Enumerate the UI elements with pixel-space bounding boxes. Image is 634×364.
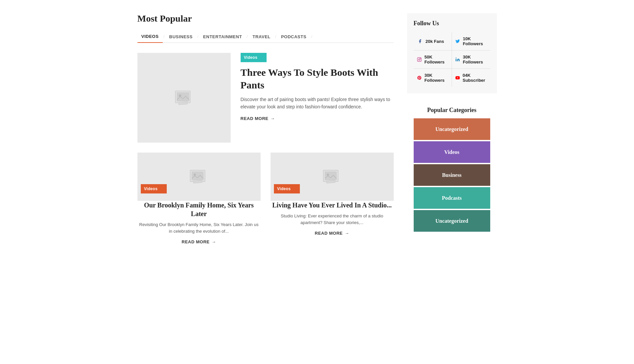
- tab-videos[interactable]: VIDEOS: [137, 31, 163, 43]
- youtube-icon: [455, 75, 460, 81]
- popular-categories-section: Popular Categories Uncategorized Videos …: [407, 100, 497, 240]
- category-item-business[interactable]: Business: [414, 164, 490, 186]
- featured-image: [137, 53, 231, 143]
- grid-2-excerpt: Studio Living: Ever experienced the char…: [271, 213, 394, 226]
- category-label-4: Podcasts: [442, 195, 462, 201]
- svg-point-14: [420, 58, 420, 59]
- tab-entertainment[interactable]: ENTERTAINMENT: [199, 31, 246, 43]
- grid-image-2: Videos: [271, 153, 394, 201]
- featured-article-title: Three Ways To Style Boots With Pants: [241, 66, 394, 91]
- image-placeholder: [174, 89, 194, 106]
- follow-us-section: Follow Us 20k Fans 10K Followers: [407, 13, 497, 93]
- youtube-label: 04K Subscriber: [463, 73, 487, 83]
- category-label-2: Videos: [444, 149, 460, 155]
- svg-rect-15: [456, 59, 456, 61]
- social-item-facebook[interactable]: 20k Fans: [414, 32, 452, 50]
- svg-point-2: [179, 94, 181, 97]
- grid-2-title: Living Have You Ever Lived In A Studio..…: [271, 201, 394, 209]
- grid-image-1: Videos: [137, 153, 261, 201]
- grid-2-read-more[interactable]: READ MORE →: [315, 231, 349, 236]
- tab-podcasts[interactable]: PODCASTS: [277, 31, 310, 43]
- svg-rect-11: [326, 180, 335, 183]
- grid-1-category-badge: Videos: [141, 184, 167, 193]
- svg-rect-1: [177, 93, 189, 101]
- grid-2-badge-wrapper: Videos: [271, 184, 304, 197]
- facebook-label: 20k Fans: [426, 39, 444, 44]
- social-grid: 20k Fans 10K Followers 50K Followers: [414, 32, 490, 87]
- svg-rect-5: [192, 172, 203, 180]
- main-content: Most Popular VIDEOS / BUSINESS / ENTERTA…: [137, 13, 394, 245]
- category-badge: Videos: [241, 53, 267, 62]
- follow-us-title: Follow Us: [414, 20, 490, 27]
- pinterest-label: 30K Followers: [424, 73, 448, 83]
- category-item-uncategorized2[interactable]: Uncategorized: [414, 210, 490, 232]
- twitter-label: 10K Followers: [463, 36, 487, 46]
- svg-rect-9: [325, 172, 336, 180]
- social-item-pinterest[interactable]: 30K Followers: [414, 69, 452, 87]
- tab-travel[interactable]: TRAVEL: [249, 31, 275, 43]
- tab-sep-5: /: [311, 34, 313, 39]
- linkedin-icon: [455, 57, 460, 62]
- grid-1-excerpt: Revisiting Our Brooklyn Family Home, Six…: [137, 221, 261, 234]
- grid-1-read-more-wrapper: READ MORE →: [137, 239, 261, 245]
- svg-point-13: [418, 59, 420, 61]
- grid-1-badge-wrapper: Videos: [137, 184, 170, 197]
- tab-sep-2: /: [197, 34, 199, 39]
- image-placeholder-2: [322, 169, 342, 185]
- arrow-icon-1: →: [212, 239, 216, 244]
- social-item-twitter[interactable]: 10K Followers: [452, 32, 490, 50]
- facebook-icon: [417, 38, 423, 44]
- category-item-videos[interactable]: Videos: [414, 141, 490, 163]
- featured-article: Videos Three Ways To Style Boots With Pa…: [137, 53, 394, 143]
- section-title: Most Popular: [137, 13, 394, 24]
- social-item-linkedin[interactable]: 30K Followers: [452, 51, 490, 68]
- category-label-1: Uncategorized: [435, 126, 468, 132]
- arrow-icon: →: [270, 116, 275, 121]
- category-item-uncategorized1[interactable]: Uncategorized: [414, 118, 490, 140]
- tabs-nav: VIDEOS / BUSINESS / ENTERTAINMENT / TRAV…: [137, 31, 394, 43]
- twitter-icon: [455, 38, 460, 44]
- popular-categories-title: Popular Categories: [414, 107, 490, 114]
- category-label-5: Uncategorized: [435, 218, 468, 224]
- grid-1-read-more[interactable]: READ MORE →: [182, 239, 216, 244]
- image-placeholder-1: [189, 169, 209, 185]
- sidebar: Follow Us 20k Fans 10K Followers: [407, 13, 497, 245]
- categories-list: Uncategorized Videos Business Podcasts U…: [414, 118, 490, 232]
- featured-read-more[interactable]: READ MORE →: [241, 116, 394, 121]
- social-item-youtube[interactable]: 04K Subscriber: [452, 69, 490, 87]
- grid-1-title: Our Brooklyn Family Home, Six Years Late…: [137, 201, 261, 218]
- tab-sep-1: /: [163, 34, 165, 39]
- grid-article-1: Videos Our Brooklyn Family Home, Six Yea…: [137, 153, 261, 245]
- arrow-icon-2: →: [345, 231, 349, 236]
- tab-business[interactable]: BUSINESS: [165, 31, 196, 43]
- svg-point-16: [456, 58, 456, 58]
- grid-article-2: Videos Living Have You Ever Lived In A S…: [271, 153, 394, 245]
- tab-sep-3: /: [246, 34, 249, 39]
- featured-category-badge: Videos: [241, 53, 394, 66]
- linkedin-label: 30K Followers: [463, 55, 487, 64]
- featured-article-excerpt: Discover the art of pairing boots with p…: [241, 96, 394, 111]
- instagram-icon: [417, 57, 422, 62]
- category-item-podcasts[interactable]: Podcasts: [414, 187, 490, 209]
- instagram-label: 50K Followers: [424, 55, 448, 64]
- svg-rect-7: [193, 180, 202, 183]
- svg-rect-12: [417, 58, 421, 61]
- category-label-3: Business: [442, 172, 462, 178]
- featured-content: Videos Three Ways To Style Boots With Pa…: [241, 53, 394, 143]
- pinterest-icon: [417, 75, 422, 81]
- social-item-instagram[interactable]: 50K Followers: [414, 51, 452, 68]
- tab-sep-4: /: [275, 34, 277, 39]
- grid-2-read-more-wrapper: READ MORE →: [271, 230, 394, 236]
- articles-grid: Videos Our Brooklyn Family Home, Six Yea…: [137, 153, 394, 245]
- grid-2-category-badge: Videos: [274, 184, 300, 193]
